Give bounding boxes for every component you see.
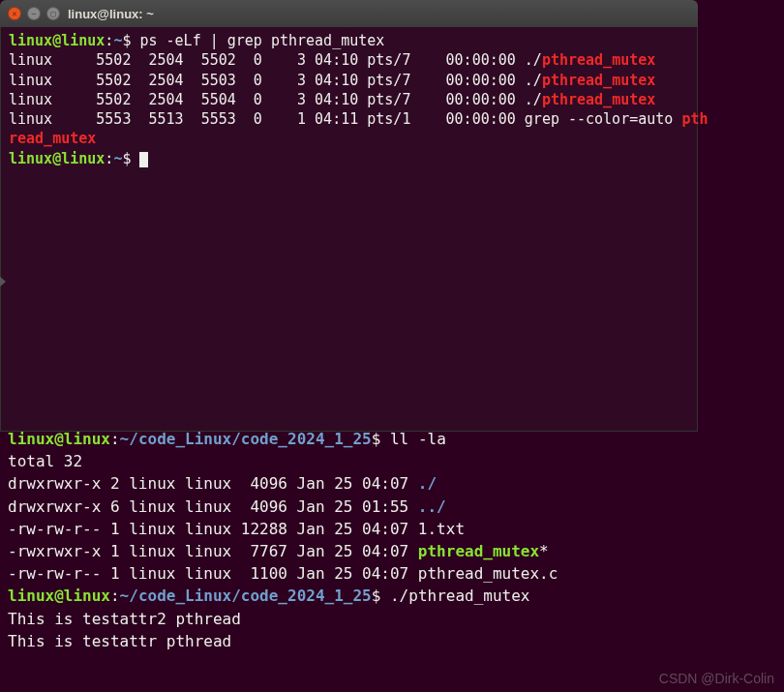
prompt-user: linux@linux (8, 587, 110, 605)
ls-filename: ../ (418, 497, 446, 516)
ps-row: linux 5502 2504 5504 0 3 04:10 pts/7 00:… (9, 91, 542, 108)
prompt-user: linux@linux (9, 150, 105, 167)
grep-match: pth (681, 110, 708, 128)
grep-match: pthread_mutex (542, 51, 655, 69)
ps-row: linux 5502 2504 5503 0 3 04:10 pts/7 00:… (9, 72, 542, 89)
maximize-icon[interactable]: ▢ (46, 7, 60, 20)
prompt-path: ~/code_Linux/code_2024_1_25 (120, 587, 372, 605)
terminal-body[interactable]: linux@linux:~$ ps -eLf | grep pthread_mu… (0, 27, 698, 432)
command-text: ll -la (380, 430, 445, 448)
prompt-dollar: $ (372, 430, 381, 448)
prompt-user: linux@linux (8, 430, 110, 448)
background-terminal[interactable]: linux@linux:~/code_Linux/code_2024_1_25$… (0, 426, 784, 660)
ls-row: drwxrwxr-x 2 linux linux 4096 Jan 25 04:… (8, 474, 418, 493)
prompt-colon: : (110, 430, 120, 448)
program-output: This is testattr pthread (8, 632, 231, 650)
command-text: ps -eLf | grep pthread_mutex (131, 32, 384, 49)
command-text: ./pthread_mutex (380, 587, 529, 605)
minimize-icon[interactable]: − (27, 7, 41, 20)
ls-suffix: * (539, 542, 549, 560)
ps-row: linux 5502 2504 5502 0 3 04:10 pts/7 00:… (9, 51, 542, 69)
ls-filename: ./ (418, 474, 437, 493)
window-title: linux@linux: ~ (68, 7, 154, 21)
grep-match: pthread_mutex (542, 91, 655, 108)
ls-row: -rw-rw-r-- 1 linux linux 12288 Jan 25 04… (8, 520, 418, 538)
cursor-icon (139, 152, 148, 167)
close-icon[interactable]: ✕ (8, 7, 21, 20)
window-controls: ✕ − ▢ (8, 7, 60, 20)
ls-row: drwxrwxr-x 6 linux linux 4096 Jan 25 01:… (8, 497, 418, 516)
prompt-dollar: $ (122, 150, 131, 167)
ls-filename: pthread_mutex (418, 542, 539, 560)
grep-match: pthread_mutex (542, 72, 655, 89)
foreground-terminal-window: ✕ − ▢ linux@linux: ~ linux@linux:~$ ps -… (0, 0, 698, 432)
prompt-colon: : (110, 587, 120, 605)
ps-row: linux 5553 5513 5553 0 1 04:11 pts/1 00:… (9, 110, 681, 128)
titlebar[interactable]: ✕ − ▢ linux@linux: ~ (0, 0, 698, 27)
ls-filename: pthread_mutex.c (418, 564, 558, 583)
scroll-indicator-left (0, 275, 6, 288)
ls-total: total 32 (8, 452, 82, 470)
ls-row: -rw-rw-r-- 1 linux linux 1100 Jan 25 04:… (8, 564, 418, 583)
ls-filename: 1.txt (418, 520, 465, 538)
grep-match: read_mutex (9, 130, 96, 147)
program-output: This is testattr2 pthread (8, 610, 241, 628)
prompt-user: linux@linux (9, 32, 105, 49)
prompt-path: ~/code_Linux/code_2024_1_25 (120, 430, 372, 448)
prompt-dollar: $ (372, 587, 381, 605)
watermark-text: CSDN @Dirk-Colin (659, 671, 774, 686)
ls-row: -rwxrwxr-x 1 linux linux 7767 Jan 25 04:… (8, 542, 418, 560)
